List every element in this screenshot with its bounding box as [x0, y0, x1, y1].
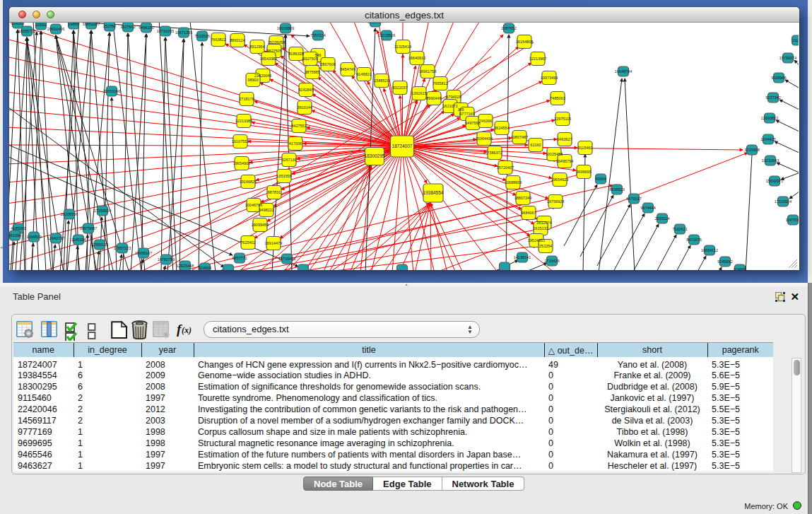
svg-text:9827505: 9827505 — [266, 49, 281, 53]
svg-text:3875685: 3875685 — [305, 70, 319, 74]
svg-text:9327505: 9327505 — [302, 57, 317, 61]
svg-text:7386372: 7386372 — [487, 151, 502, 155]
svg-text:10210643: 10210643 — [762, 158, 779, 163]
svg-text:8427552: 8427552 — [291, 124, 306, 128]
svg-text:18300295: 18300295 — [365, 153, 385, 158]
svg-text:2803144: 2803144 — [297, 105, 312, 110]
svg-text:3215958: 3215958 — [744, 148, 759, 152]
svg-text:417006: 417006 — [289, 141, 302, 146]
svg-text:19654923: 19654923 — [551, 177, 568, 182]
svg-text:10719155: 10719155 — [157, 29, 174, 33]
svg-text:9329966: 9329966 — [771, 76, 786, 80]
svg-text:16495794: 16495794 — [556, 159, 573, 163]
svg-text:924509: 924509 — [734, 267, 746, 270]
svg-text:7955812: 7955812 — [433, 81, 447, 86]
svg-text:1615132: 1615132 — [533, 226, 548, 230]
svg-text:4185061: 4185061 — [11, 226, 25, 230]
svg-text:1612074: 1612074 — [536, 221, 551, 225]
svg-text:20691406: 20691406 — [47, 27, 64, 31]
svg-text:8186328: 8186328 — [288, 52, 303, 56]
svg-text:15692971: 15692971 — [766, 179, 783, 183]
svg-text:10688609: 10688609 — [505, 180, 522, 185]
svg-text:252254: 252254 — [539, 244, 552, 248]
svg-text:12975115: 12975115 — [554, 117, 571, 121]
svg-text:16033809: 16033809 — [277, 26, 294, 30]
svg-text:15750074: 15750074 — [779, 56, 796, 60]
svg-text:1145194: 1145194 — [71, 238, 86, 242]
svg-text:20206536: 20206536 — [61, 212, 78, 216]
svg-text:12942737: 12942737 — [47, 236, 64, 240]
svg-text:12923448: 12923448 — [177, 264, 194, 268]
svg-text:10046766: 10046766 — [245, 203, 262, 207]
svg-text:9227342: 9227342 — [765, 95, 780, 100]
svg-text:3624554: 3624554 — [494, 126, 509, 130]
svg-text:12213389: 12213389 — [235, 119, 252, 123]
svg-text:2867608: 2867608 — [320, 62, 335, 66]
svg-text:19958107: 19958107 — [135, 251, 152, 255]
svg-text:18055713: 18055713 — [18, 29, 35, 33]
svg-text:40954: 40954 — [595, 177, 606, 181]
svg-text:16640910: 16640910 — [408, 56, 425, 60]
svg-text:10853287: 10853287 — [83, 23, 100, 26]
svg-text:17016504: 17016504 — [775, 199, 792, 204]
svg-text:9474444: 9474444 — [640, 206, 655, 210]
svg-text:9242845: 9242845 — [298, 88, 313, 92]
svg-text:6794028: 6794028 — [446, 95, 461, 99]
svg-text:19524851: 19524851 — [528, 238, 545, 243]
svg-text:7663822: 7663822 — [211, 37, 225, 42]
svg-text:14136141: 14136141 — [514, 255, 531, 259]
svg-text:1353358: 1353358 — [276, 174, 291, 178]
svg-text:16099459: 16099459 — [252, 223, 269, 227]
svg-text:16914479: 16914479 — [265, 241, 282, 245]
svg-text:746266: 746266 — [479, 119, 492, 123]
svg-text:19654908: 19654908 — [233, 161, 250, 165]
svg-text:2935114: 2935114 — [654, 216, 669, 221]
svg-text:7357224: 7357224 — [310, 33, 325, 37]
svg-text:9684067: 9684067 — [521, 211, 536, 215]
svg-text:7625402: 7625402 — [240, 240, 255, 245]
svg-text:(x): (x) — [182, 325, 192, 335]
svg-text:11123: 11123 — [792, 38, 799, 42]
svg-text:8813054: 8813054 — [367, 23, 382, 24]
svg-text:8938923: 8938923 — [609, 187, 624, 192]
svg-text:1156829: 1156829 — [26, 235, 41, 239]
svg-text:6466160: 6466160 — [139, 25, 153, 30]
svg-text:2087652: 2087652 — [501, 26, 516, 30]
svg-text:1527602: 1527602 — [120, 25, 135, 29]
svg-text:19885: 19885 — [68, 23, 78, 26]
svg-text:12905135: 12905135 — [91, 243, 108, 247]
svg-text:9699695: 9699695 — [576, 170, 591, 174]
svg-text:10973493: 10973493 — [541, 76, 558, 80]
svg-text:11325419: 11325419 — [394, 45, 411, 49]
svg-text:1621072: 1621072 — [442, 104, 457, 108]
svg-text:8454749: 8454749 — [340, 67, 355, 71]
svg-text:8860124: 8860124 — [230, 38, 245, 42]
svg-text:7485063: 7485063 — [550, 96, 565, 100]
svg-text:8471676: 8471676 — [686, 238, 701, 242]
svg-text:6497568: 6497568 — [465, 121, 480, 125]
svg-text:2718176: 2718176 — [239, 97, 254, 101]
svg-text:10807487: 10807487 — [511, 135, 528, 139]
svg-text:8912954: 8912954 — [249, 45, 264, 49]
svg-text:9463627: 9463627 — [557, 137, 572, 141]
svg-text:16648784: 16648784 — [615, 69, 632, 74]
svg-text:9498222: 9498222 — [259, 208, 273, 212]
svg-text:15720407: 15720407 — [497, 165, 514, 170]
svg-text:9245652: 9245652 — [717, 259, 732, 264]
svg-text:62160: 62160 — [530, 143, 541, 147]
svg-text:20053346: 20053346 — [103, 89, 120, 93]
svg-text:9146821: 9146821 — [356, 72, 371, 76]
svg-text:20591: 20591 — [35, 23, 46, 27]
svg-text:19384554: 19384554 — [423, 190, 444, 195]
svg-text:16543382: 16543382 — [260, 57, 277, 61]
svg-text:16782759: 16782759 — [158, 257, 175, 262]
svg-text:3267130: 3267130 — [281, 158, 296, 162]
svg-text:19218506: 19218506 — [378, 33, 395, 37]
svg-text:6479197: 6479197 — [626, 197, 641, 201]
svg-text:10025458: 10025458 — [546, 152, 563, 156]
svg-text:20364436: 20364436 — [476, 136, 493, 141]
svg-text:18724007: 18724007 — [392, 144, 413, 148]
svg-text:7632621: 7632621 — [672, 227, 687, 231]
svg-text:8322037: 8322037 — [392, 86, 407, 90]
svg-text:10671355: 10671355 — [175, 30, 192, 35]
